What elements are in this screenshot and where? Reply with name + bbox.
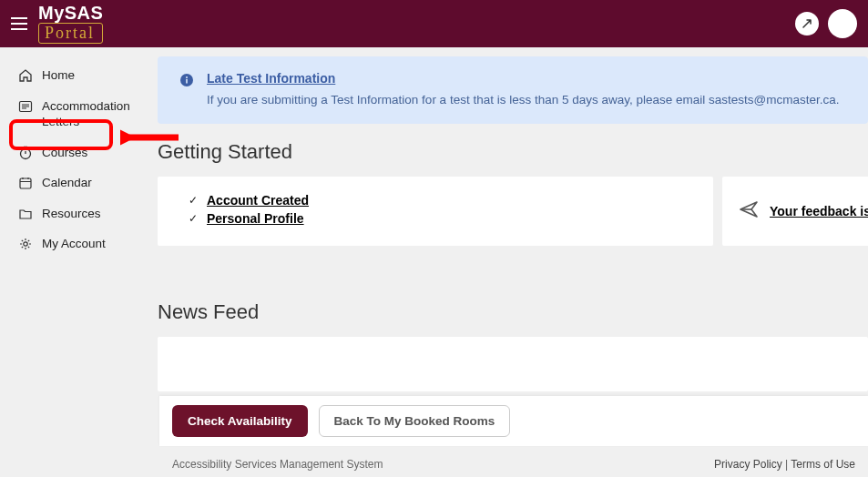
nav-calendar-label: Calendar bbox=[42, 175, 92, 191]
cards-row: ✓ Account Created ✓ Personal Profile You… bbox=[158, 177, 868, 246]
sidebar-nav: Home Accommodation Letters Courses Calen… bbox=[0, 47, 150, 477]
svg-point-5 bbox=[186, 76, 188, 78]
user-avatar[interactable] bbox=[828, 9, 857, 38]
feedback-link[interactable]: Your feedback is welc bbox=[770, 204, 868, 218]
svg-point-3 bbox=[24, 242, 27, 246]
footer: Accessibility Services Management System… bbox=[159, 452, 868, 477]
expand-icon bbox=[802, 18, 812, 29]
nav-courses[interactable]: Courses bbox=[13, 137, 143, 168]
nav-accommodation-letters-label: Accommodation Letters bbox=[42, 98, 138, 130]
floating-action-bar: Check Availability Back To My Booked Roo… bbox=[159, 396, 868, 446]
getting-started-title: Getting Started bbox=[158, 140, 868, 164]
nav-home-label: Home bbox=[42, 67, 75, 84]
back-to-booked-rooms-button[interactable]: Back To My Booked Rooms bbox=[319, 405, 511, 437]
alert-body-text: If you are submitting a Test Information… bbox=[207, 91, 846, 109]
getting-started-card: ✓ Account Created ✓ Personal Profile bbox=[158, 177, 713, 246]
info-icon bbox=[179, 73, 194, 91]
nav-resources-label: Resources bbox=[42, 206, 101, 222]
terms-of-use-link[interactable]: Terms of Use bbox=[791, 458, 855, 471]
hamburger-icon bbox=[11, 17, 27, 30]
logo-line1: MySAS bbox=[38, 4, 103, 22]
send-icon bbox=[739, 199, 759, 223]
nav-courses-label: Courses bbox=[42, 145, 87, 161]
folder-icon bbox=[18, 207, 33, 221]
alert-banner: Late Test Information If you are submitt… bbox=[158, 56, 868, 124]
footer-right: Privacy Policy | Terms of Use bbox=[714, 458, 855, 471]
check-icon: ✓ bbox=[189, 194, 198, 207]
check-icon: ✓ bbox=[189, 212, 198, 225]
top-bar: MySAS Portal bbox=[0, 0, 868, 47]
calendar-icon bbox=[18, 176, 33, 190]
list-item: ✓ Personal Profile bbox=[189, 211, 691, 226]
personal-profile-link[interactable]: Personal Profile bbox=[207, 211, 304, 226]
list-item: ✓ Account Created bbox=[189, 193, 691, 208]
logo-line2: Portal bbox=[38, 23, 103, 44]
nav-my-account-label: My Account bbox=[42, 236, 106, 252]
home-icon bbox=[18, 68, 33, 83]
feedback-card: Your feedback is welc bbox=[722, 177, 868, 246]
top-bar-left: MySAS Portal bbox=[11, 4, 103, 44]
stopwatch-icon bbox=[18, 146, 33, 160]
nav-my-account[interactable]: My Account bbox=[13, 228, 143, 259]
letters-icon bbox=[18, 99, 33, 114]
nav-calendar[interactable]: Calendar bbox=[13, 167, 143, 198]
alert-title-link[interactable]: Late Test Information bbox=[207, 71, 846, 86]
privacy-policy-link[interactable]: Privacy Policy bbox=[714, 458, 782, 471]
account-created-link[interactable]: Account Created bbox=[207, 193, 309, 208]
check-availability-button[interactable]: Check Availability bbox=[172, 405, 308, 437]
nav-home[interactable]: Home bbox=[13, 60, 143, 91]
news-feed-card bbox=[158, 337, 868, 391]
getting-started-list: ✓ Account Created ✓ Personal Profile bbox=[179, 193, 691, 226]
top-bar-right bbox=[795, 9, 857, 38]
hamburger-menu-button[interactable] bbox=[11, 14, 27, 35]
expand-button[interactable] bbox=[795, 12, 819, 36]
nav-accommodation-letters[interactable]: Accommodation Letters bbox=[13, 91, 143, 137]
news-feed-title: News Feed bbox=[158, 300, 868, 324]
svg-rect-2 bbox=[20, 178, 31, 188]
logo[interactable]: MySAS Portal bbox=[38, 4, 103, 44]
alert-content: Late Test Information If you are submitt… bbox=[207, 71, 846, 109]
svg-rect-6 bbox=[186, 79, 188, 84]
nav-resources[interactable]: Resources bbox=[13, 198, 143, 229]
footer-left-text: Accessibility Services Management System bbox=[172, 458, 383, 471]
gear-icon bbox=[18, 237, 33, 251]
